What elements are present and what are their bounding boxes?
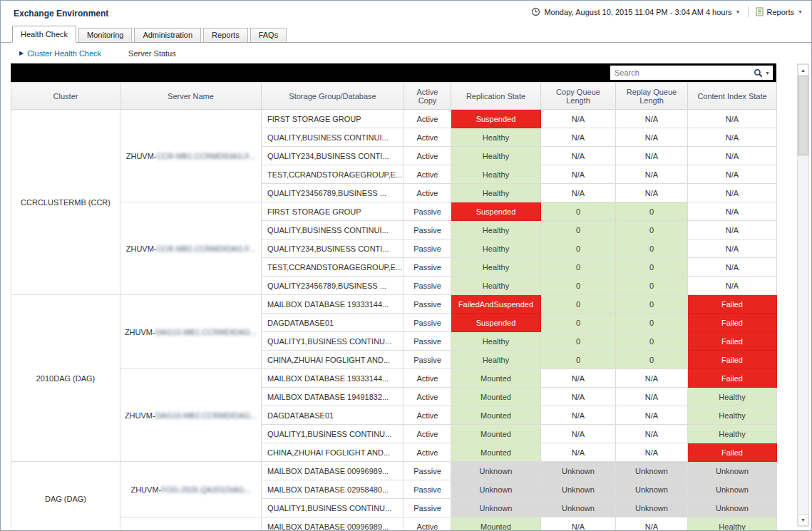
content-index-cell: Failed: [688, 351, 777, 369]
content-index-cell: Failed: [688, 369, 777, 388]
replay-queue-cell: 0: [616, 314, 688, 332]
copy-queue-cell: 0: [541, 221, 616, 239]
database-cell: MAILBOX DATABASE 19333144...: [262, 369, 404, 388]
search-icon[interactable]: [754, 68, 763, 78]
copy-queue-cell: 0: [541, 277, 616, 295]
content-index-cell: N/A: [688, 277, 777, 295]
scroll-down-button[interactable]: ▼: [798, 514, 808, 526]
server-name-blurred: CCR-MB2.CCRMDIDAG.F...: [157, 244, 256, 253]
page-title: Exchange Environment: [14, 9, 108, 19]
database-cell: MAILBOX DATABASE 00996989...: [262, 462, 404, 480]
copy-queue-cell: N/A: [541, 128, 616, 147]
tab-administration[interactable]: Administration: [134, 28, 201, 42]
server-name-blurred: DAG10-MB2.CCRMDIDAG...: [155, 411, 257, 420]
database-cell: QUALITY1,BUSINESS CONTINU...: [262, 425, 404, 443]
sub-navigation: ▶ Cluster Health Check Server Status: [1, 43, 811, 63]
subnav-server-status[interactable]: Server Status: [128, 49, 176, 58]
database-cell: QUALITY,BUSINESS CONTINUI...: [262, 221, 404, 239]
database-cell: QUALITY1,BUSINESS CONTINU...: [262, 332, 404, 351]
database-cell: TEST,CCRANDSTORAGEGROUP,E...: [262, 258, 404, 277]
replication-state-cell: Unknown: [451, 462, 541, 480]
server-name-prefix: ZHUVM-: [126, 244, 157, 253]
table-row: CCRCLUSTERMB (CCR)ZHUVM-CCR-MB1.CCRMDIDA…: [11, 110, 777, 128]
replay-queue-cell: 0: [616, 221, 688, 239]
clock-icon: [531, 7, 540, 16]
active-copy-cell: Active: [404, 184, 451, 202]
replay-queue-cell: 0: [616, 351, 688, 369]
active-copy-cell: Passive: [404, 295, 451, 314]
replay-queue-cell: 0: [616, 295, 688, 314]
table-row: ZHUVM-DAG10-MB2.CCRMDIDAG...MAILBOX DATA…: [11, 369, 777, 388]
column-header: Server Name: [120, 83, 262, 110]
search-input[interactable]: [610, 66, 754, 79]
replay-queue-cell: 0: [616, 202, 688, 221]
replication-state-cell: Suspended: [451, 110, 541, 128]
copy-queue-cell: 0: [541, 202, 616, 221]
active-copy-cell: Passive: [404, 462, 451, 480]
replication-state-cell: Healthy: [451, 277, 541, 295]
table-toolbar: ▼: [11, 63, 776, 82]
scrollbar-thumb[interactable]: [798, 76, 808, 155]
replay-queue-cell: N/A: [616, 147, 688, 165]
content-index-cell: Unknown: [688, 462, 777, 480]
database-cell: FIRST STORAGE GROUP: [262, 202, 404, 221]
active-copy-cell: Active: [404, 165, 451, 184]
active-copy-cell: Active: [404, 425, 451, 443]
search-options-arrow-icon[interactable]: ▼: [765, 71, 770, 76]
server-name-prefix: ZHUVM-: [125, 328, 155, 336]
database-cell: CHINA,ZHUHAI FOGLIGHT AND...: [262, 351, 404, 369]
server-name-blurred: CCR-MB1.CCRMDIDAG.F...: [157, 152, 256, 160]
tab-health-check[interactable]: Health Check: [12, 26, 76, 43]
replication-state-cell: Mounted: [451, 443, 541, 462]
content-index-cell: Unknown: [688, 499, 777, 517]
column-header: Replay Queue Length: [616, 83, 688, 110]
replication-state-cell: Unknown: [451, 499, 541, 517]
replication-state-cell: Mounted: [451, 425, 541, 443]
copy-queue-cell: N/A: [541, 425, 616, 443]
copy-queue-cell: 0: [541, 351, 616, 369]
column-header: Replication State: [451, 83, 541, 110]
cluster-cell: 2010DAG (DAG): [11, 295, 120, 462]
scroll-up-arrow-icon: ▲: [801, 68, 806, 73]
vertical-scrollbar[interactable]: ▲ ▼: [797, 63, 809, 527]
copy-queue-cell: N/A: [541, 406, 616, 425]
time-range-selector[interactable]: Monday, August 10, 2015 11:04 PM - 3:04 …: [531, 7, 740, 16]
copy-queue-cell: Unknown: [541, 480, 616, 499]
database-cell: MAILBOX DATABASE 19491832...: [262, 388, 404, 406]
server-name-prefix: ZHUVM-: [130, 485, 161, 494]
tab-monitoring[interactable]: Monitoring: [78, 28, 132, 42]
active-copy-cell: Passive: [404, 239, 451, 258]
copy-queue-cell: N/A: [541, 443, 616, 462]
database-cell: QUALITY23456789,BUSINESS ...: [262, 277, 404, 295]
database-cell: DAGDATABASE01: [262, 314, 404, 332]
tab-reports[interactable]: Reports: [203, 28, 248, 42]
copy-queue-cell: Unknown: [541, 462, 616, 480]
content-index-cell: Healthy: [688, 388, 777, 406]
table-body: CCRCLUSTERMB (CCR)ZHUVM-CCR-MB1.CCRMDIDA…: [11, 110, 777, 531]
active-copy-cell: Passive: [404, 499, 451, 517]
content-index-cell: Failed: [688, 443, 777, 462]
replay-queue-cell: N/A: [616, 388, 688, 406]
column-header: Storage Group/Database: [262, 83, 404, 110]
active-copy-cell: Passive: [404, 221, 451, 239]
cluster-health-table-wrap: ClusterServer NameStorage Group/Database…: [11, 82, 776, 531]
time-range-dropdown-arrow-icon[interactable]: ▼: [736, 9, 741, 14]
replay-queue-cell: N/A: [616, 517, 688, 531]
database-cell: QUALITY234,BUSINESS CONTI...: [262, 239, 404, 258]
reports-menu[interactable]: Reports ▼: [756, 7, 803, 16]
replay-queue-cell: Unknown: [616, 462, 688, 480]
active-copy-cell: Passive: [404, 277, 451, 295]
table-row: 2010DAG (DAG)ZHUVM-DAG10-MB1.CCRMDIDAG..…: [11, 295, 777, 314]
reports-dropdown-arrow-icon[interactable]: ▼: [798, 9, 803, 14]
replay-queue-cell: 0: [616, 258, 688, 277]
subnav-cluster-health-check[interactable]: ▶ Cluster Health Check: [19, 49, 101, 58]
tab-faqs[interactable]: FAQs: [250, 28, 287, 42]
copy-queue-cell: Unknown: [541, 499, 616, 517]
replication-state-cell: FailedAndSuspended: [451, 295, 541, 314]
replay-queue-cell: Unknown: [616, 499, 688, 517]
scroll-up-button[interactable]: ▲: [798, 64, 808, 76]
column-header: Active Copy: [404, 83, 451, 110]
replay-queue-cell: Unknown: [616, 480, 688, 499]
database-cell: FIRST STORAGE GROUP: [262, 110, 404, 128]
replication-state-cell: Mounted: [451, 388, 541, 406]
